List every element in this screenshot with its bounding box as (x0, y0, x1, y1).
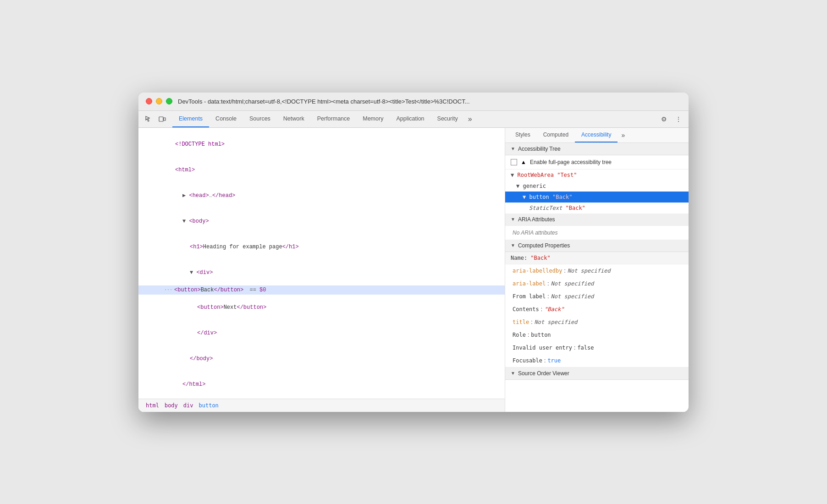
dom-line-doctype[interactable]: <!DOCTYPE html> (138, 131, 505, 157)
prop-from-label: From label : Not specified (505, 290, 689, 303)
div-expand-icon[interactable]: ▼ (190, 269, 196, 276)
right-tabs: Styles Computed Accessibility » (505, 128, 689, 143)
dom-line-html-close[interactable]: </html> (138, 372, 505, 397)
prop-focusable: Focusable : true (505, 354, 689, 367)
tree-node-button[interactable]: ▼ button "Back" (505, 192, 689, 203)
prop-aria-label: aria-label : Not specified (505, 277, 689, 290)
tab-elements[interactable]: Elements (172, 111, 209, 127)
aria-attributes-header[interactable]: ▼ ARIA Attributes (505, 214, 689, 226)
chevron-down-icon: ▼ (516, 183, 523, 189)
body-expand-icon[interactable]: ▼ (182, 218, 189, 225)
dom-line-body-close[interactable]: </body> (138, 346, 505, 372)
more-options-button[interactable]: ⋮ (672, 111, 685, 127)
tab-network[interactable]: Network (277, 111, 311, 127)
right-tab-more-button[interactable]: » (617, 128, 629, 142)
chevron-down-icon: ▼ (511, 217, 515, 222)
accessibility-icon: ▲ (521, 159, 526, 165)
main-tab-list: Elements Console Sources Network Perform… (172, 111, 654, 127)
titlebar: DevTools - data:text/html;charset=utf-8,… (138, 93, 689, 111)
aria-empty-message: No ARIA attributes (505, 226, 689, 240)
breadcrumb-body[interactable]: body (163, 402, 180, 409)
device-toolbar-button[interactable] (156, 111, 169, 127)
tab-performance[interactable]: Performance (311, 111, 357, 127)
breadcrumb-html[interactable]: html (144, 402, 161, 409)
source-order-header[interactable]: ▼ Source Order Viewer (505, 367, 689, 380)
elements-panel: <!DOCTYPE html> <html> ▶ <head>…</head> … (138, 128, 505, 412)
chevron-down-icon: ▼ (523, 194, 529, 200)
prop-role: Role : button (505, 329, 689, 341)
tree-node-root[interactable]: ▼ RootWebArea "Test" (505, 170, 689, 181)
right-tab-computed[interactable]: Computed (537, 128, 575, 142)
close-button[interactable] (146, 98, 152, 104)
settings-button[interactable]: ⚙ (657, 111, 670, 127)
dom-line-h1[interactable]: <h1>Heading for example page</h1> (138, 234, 505, 260)
devtools-window: DevTools - data:text/html;charset=utf-8,… (138, 93, 689, 412)
tab-security[interactable]: Security (431, 111, 464, 127)
dom-line-div-close[interactable]: </div> (138, 320, 505, 346)
prop-contents: Contents : "Back" (505, 303, 689, 316)
tab-actions: ⚙ ⋮ (654, 111, 685, 127)
traffic-lights (146, 98, 172, 104)
inspect-element-button[interactable] (142, 111, 155, 127)
enable-accessibility-row: ▲ Enable full-page accessibility tree (505, 155, 689, 170)
breadcrumb-button[interactable]: button (197, 402, 221, 409)
tree-node-statictext[interactable]: StaticText "Back" (505, 203, 689, 214)
head-expand-icon[interactable]: ▶ (182, 192, 189, 199)
breadcrumb-bar: html body div button (138, 399, 505, 412)
prop-aria-labelledby: aria-labelledby : Not specified (505, 264, 689, 277)
maximize-button[interactable] (166, 98, 172, 104)
accessibility-tree-header[interactable]: ▼ Accessibility Tree (505, 143, 689, 155)
tab-sources[interactable]: Sources (243, 111, 277, 127)
right-panel: Styles Computed Accessibility » ▼ Access… (505, 128, 689, 412)
dom-line-head[interactable]: ▶ <head>…</head> (138, 183, 505, 208)
chevron-down-icon: ▼ (511, 243, 515, 248)
devtools-tabbar: Elements Console Sources Network Perform… (138, 111, 689, 128)
svg-rect-0 (159, 117, 163, 121)
svg-rect-1 (164, 118, 165, 121)
dom-line-html[interactable]: <html> (138, 157, 505, 183)
enable-accessibility-checkbox[interactable] (511, 159, 517, 165)
dom-tree[interactable]: <!DOCTYPE html> <html> ▶ <head>…</head> … (138, 128, 505, 399)
more-tabs-button[interactable]: » (464, 111, 476, 127)
dom-line-div[interactable]: ▼ <div> (138, 260, 505, 285)
dots-icon: ··· (164, 286, 172, 294)
right-tab-accessibility[interactable]: Accessibility (575, 128, 617, 142)
tab-application[interactable]: Application (390, 111, 430, 127)
computed-properties-header[interactable]: ▼ Computed Properties (505, 240, 689, 252)
window-title: DevTools - data:text/html;charset=utf-8,… (178, 98, 681, 105)
chevron-down-icon: ▼ (511, 146, 515, 151)
tab-memory[interactable]: Memory (356, 111, 390, 127)
minimize-button[interactable] (156, 98, 162, 104)
tab-console[interactable]: Console (209, 111, 243, 127)
devtools-icon-buttons (142, 111, 172, 127)
breadcrumb-div[interactable]: div (182, 402, 195, 409)
accessibility-content: ▼ Accessibility Tree ▲ Enable full-page … (505, 143, 689, 412)
dom-line-button-next[interactable]: <button>Next</button> (138, 295, 505, 320)
prop-invalid-user-entry: Invalid user entry : false (505, 341, 689, 354)
dom-line-body[interactable]: ▼ <body> (138, 208, 505, 234)
devtools-body: <!DOCTYPE html> <html> ▶ <head>…</head> … (138, 128, 689, 412)
computed-name-row: Name: "Back" (505, 252, 689, 264)
right-tab-styles[interactable]: Styles (509, 128, 537, 142)
chevron-down-icon: ▼ (511, 172, 517, 178)
tree-node-generic[interactable]: ▼ generic (505, 181, 689, 192)
dom-line-button-back[interactable]: ··· <button>Back</button> == $0 (138, 285, 505, 295)
prop-title: title : Not specified (505, 316, 689, 329)
chevron-right-icon: ▼ (511, 371, 515, 376)
